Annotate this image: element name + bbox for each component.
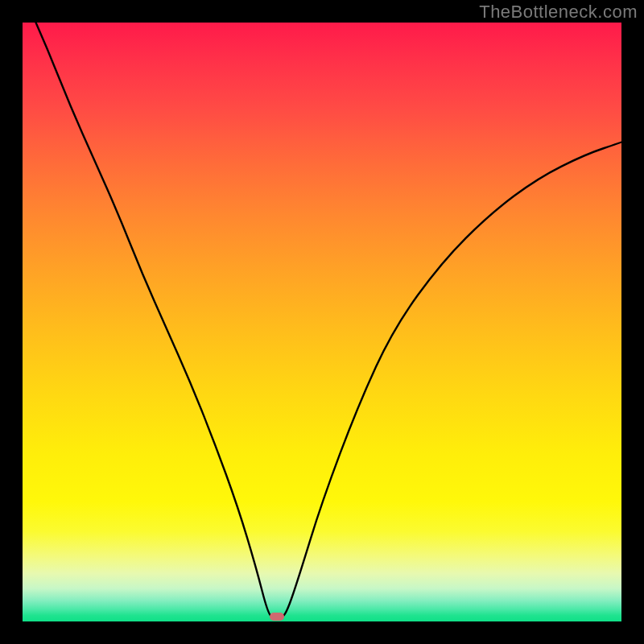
line-curve [23, 23, 621, 621]
chart-frame: TheBottleneck.com [0, 0, 644, 644]
optimal-marker [270, 613, 284, 621]
plot-area [23, 23, 621, 621]
watermark-text: TheBottleneck.com [479, 2, 638, 23]
